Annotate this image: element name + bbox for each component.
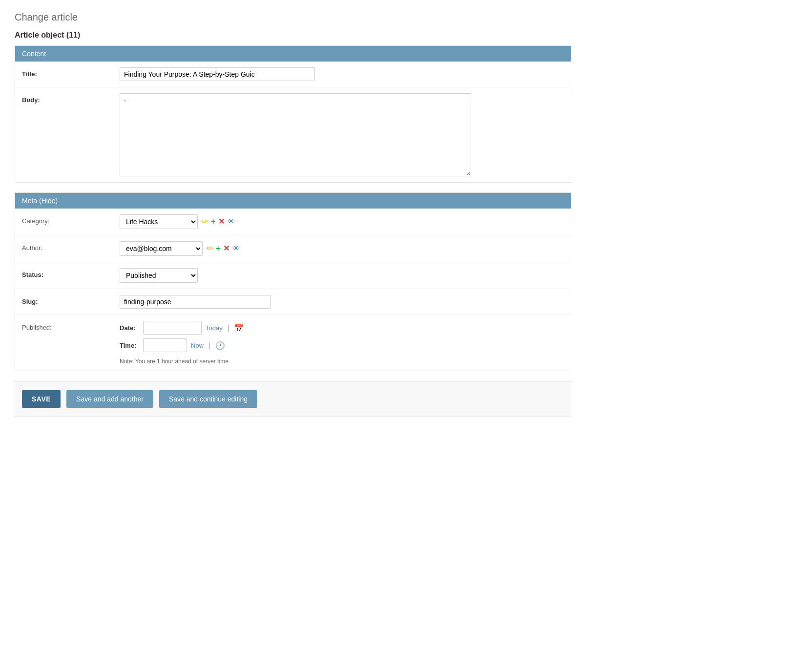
button-bar: SAVE Save and add another Save and conti…	[15, 381, 571, 417]
title-label: Title:	[22, 67, 120, 78]
category-row: Category: Life Hacks Technology Health B…	[15, 209, 571, 235]
content-section: Content Title: Body: -	[15, 45, 571, 183]
author-icons: ✏ + ✕ 👁	[207, 245, 240, 252]
pipe-separator: |	[228, 324, 229, 332]
title-input[interactable]	[120, 67, 315, 81]
author-row: Author: eva@blog.com admin@blog.com ✏ + …	[15, 235, 571, 262]
category-add-icon[interactable]: +	[211, 218, 215, 226]
slug-input[interactable]	[120, 295, 271, 309]
body-row: Body: -	[15, 87, 571, 182]
author-view-icon[interactable]: 👁	[232, 245, 240, 252]
article-object-heading: Article object (11)	[15, 31, 571, 40]
time-input[interactable]	[143, 338, 187, 352]
status-field: Published Draft Pending	[120, 268, 564, 283]
title-field	[120, 67, 564, 81]
meta-header-label: Meta (Hide)	[22, 197, 58, 205]
page-title: Change article	[15, 12, 571, 23]
calendar-icon[interactable]: 📅	[234, 323, 244, 333]
content-header-label: Content	[22, 50, 46, 58]
category-remove-icon[interactable]: ✕	[218, 218, 225, 226]
hide-link[interactable]: Hide	[42, 197, 56, 205]
time-row: Time: Now | 🕐	[120, 338, 244, 352]
now-link[interactable]: Now	[191, 342, 204, 349]
category-select[interactable]: Life Hacks Technology Health Business	[120, 214, 198, 229]
category-field: Life Hacks Technology Health Business ✏ …	[120, 214, 564, 229]
author-label: Author:	[22, 241, 120, 252]
date-label: Date:	[120, 324, 139, 332]
author-select[interactable]: eva@blog.com admin@blog.com	[120, 241, 203, 256]
published-field: Date: Today | 📅 Time: Now | 🕐	[120, 321, 564, 365]
date-input[interactable]	[143, 321, 202, 335]
published-label: Published:	[22, 321, 120, 331]
content-body: Title: Body: -	[15, 62, 571, 182]
title-row: Title:	[15, 62, 571, 87]
body-field: -	[120, 93, 564, 176]
save-continue-button[interactable]: Save and continue editing	[159, 390, 257, 408]
save-button[interactable]: SAVE	[22, 390, 61, 408]
slug-field	[120, 295, 564, 309]
slug-row: Slug:	[15, 289, 571, 315]
meta-section: Meta (Hide) Category: Life Hacks Technol…	[15, 192, 571, 371]
published-section: Date: Today | 📅 Time: Now | 🕐	[120, 321, 244, 365]
author-edit-icon[interactable]: ✏	[207, 245, 213, 252]
slug-label: Slug:	[22, 295, 120, 305]
status-select[interactable]: Published Draft Pending	[120, 268, 198, 283]
meta-body: Category: Life Hacks Technology Health B…	[15, 209, 571, 371]
category-view-icon[interactable]: 👁	[228, 218, 235, 226]
body-textarea[interactable]: -	[120, 93, 471, 176]
save-add-button[interactable]: Save and add another	[66, 390, 153, 408]
body-label: Body:	[22, 93, 120, 104]
clock-icon[interactable]: 🕐	[215, 341, 225, 350]
status-label: Status:	[22, 268, 120, 278]
author-remove-icon[interactable]: ✕	[223, 245, 229, 252]
status-row: Status: Published Draft Pending	[15, 262, 571, 289]
published-row: Published: Date: Today | 📅 Time:	[15, 315, 571, 371]
category-label: Category:	[22, 214, 120, 225]
author-field: eva@blog.com admin@blog.com ✏ + ✕ 👁	[120, 241, 564, 256]
category-edit-icon[interactable]: ✏	[202, 218, 208, 226]
author-add-icon[interactable]: +	[216, 245, 220, 252]
time-label: Time:	[120, 342, 139, 349]
pipe-separator2: |	[208, 341, 210, 349]
date-row: Date: Today | 📅	[120, 321, 244, 335]
today-link[interactable]: Today	[206, 324, 223, 332]
server-note: Note: You are 1 hour ahead of server tim…	[120, 358, 244, 365]
meta-header: Meta (Hide)	[15, 193, 571, 209]
category-icons: ✏ + ✕ 👁	[202, 218, 235, 226]
content-header: Content	[15, 46, 571, 62]
